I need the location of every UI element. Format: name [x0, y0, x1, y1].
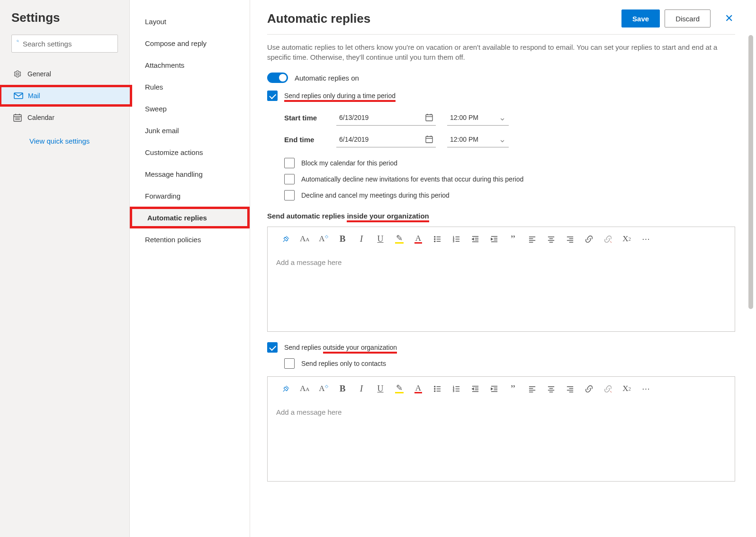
more-icon[interactable]: ⋯ [636, 382, 655, 396]
italic-icon[interactable]: I [352, 382, 371, 396]
subnav-customize[interactable]: Customize actions [130, 141, 250, 163]
search-input[interactable] [23, 40, 113, 48]
decline-invites-checkbox[interactable] [284, 174, 295, 184]
cancel-meetings-checkbox[interactable] [284, 190, 295, 200]
svg-rect-3 [14, 93, 23, 99]
bold-icon[interactable]: B [333, 382, 352, 396]
inside-reply-textarea[interactable]: Add a message here [268, 251, 735, 331]
svg-point-51 [434, 386, 435, 387]
font-size-icon[interactable]: A◇ [314, 382, 333, 396]
end-date-input[interactable]: 6/14/2019 [336, 131, 436, 147]
svg-point-55 [434, 391, 435, 391]
outside-org-label: Send replies outside your organization [284, 344, 397, 351]
contacts-only-checkbox[interactable] [284, 358, 295, 369]
time-period-checkbox[interactable] [267, 91, 278, 101]
sidebar-item-label: Calendar [27, 114, 54, 121]
align-left-icon[interactable] [522, 382, 541, 396]
align-right-icon[interactable] [560, 232, 579, 246]
start-date-value: 6/13/2019 [339, 114, 369, 121]
automatic-replies-toggle[interactable] [267, 73, 288, 83]
calendar-picker-icon [425, 114, 433, 121]
highlight-icon[interactable]: ✎ [390, 232, 409, 246]
start-time-label: Start time [284, 114, 336, 122]
quote-icon[interactable]: ” [504, 232, 522, 246]
bullets-icon[interactable] [428, 232, 447, 246]
increase-indent-icon[interactable] [485, 232, 504, 246]
unlink-icon[interactable] [598, 382, 617, 396]
scrollbar[interactable] [748, 35, 753, 533]
end-time-input[interactable]: 12:00 PM ⌄ [447, 131, 509, 147]
increase-indent-icon[interactable] [485, 382, 504, 396]
sidebar-item-general[interactable]: General [11, 63, 118, 85]
discard-button[interactable]: Discard [665, 9, 711, 27]
subnav-forwarding[interactable]: Forwarding [130, 185, 250, 207]
block-calendar-label: Block my calendar for this period [301, 159, 397, 167]
more-icon[interactable]: ⋯ [636, 232, 655, 246]
italic-icon[interactable]: I [352, 232, 371, 246]
save-button[interactable]: Save [621, 9, 660, 27]
end-time-label: End time [284, 136, 336, 144]
font-color-icon[interactable]: A [409, 382, 428, 396]
font-size-icon[interactable]: A◇ [314, 232, 333, 246]
font-color-icon[interactable]: A [409, 232, 428, 246]
close-icon[interactable]: ✕ [723, 12, 735, 25]
outside-reply-textarea[interactable]: Add a message here [268, 400, 735, 481]
block-calendar-checkbox[interactable] [284, 158, 295, 168]
font-icon[interactable]: AA [295, 382, 314, 396]
quote-icon[interactable]: ” [504, 382, 522, 396]
sidebar-item-calendar[interactable]: Calendar [11, 107, 118, 128]
rich-text-toolbar: AA A◇ B I U ✎ A 123 ” [268, 227, 735, 251]
align-center-icon[interactable] [541, 232, 560, 246]
align-left-icon[interactable] [522, 232, 541, 246]
format-painter-icon[interactable] [276, 232, 295, 246]
scrollbar-thumb[interactable] [748, 35, 753, 309]
quick-settings-link[interactable]: View quick settings [11, 128, 118, 145]
align-right-icon[interactable] [560, 382, 579, 396]
subnav-junk[interactable]: Junk email [130, 119, 250, 141]
svg-point-53 [434, 388, 435, 389]
svg-line-50 [610, 241, 612, 243]
settings-sidebar: Settings General Mail [0, 0, 130, 537]
unlink-icon[interactable] [598, 232, 617, 246]
time-period-label: Send replies only during a time period [284, 92, 396, 100]
contacts-only-label: Send replies only to contacts [301, 360, 386, 367]
subnav-message-handling[interactable]: Message handling [130, 163, 250, 185]
superscript-icon[interactable]: X2 [617, 382, 636, 396]
subnav-layout[interactable]: Layout [130, 10, 250, 32]
start-time-input[interactable]: 12:00 PM ⌄ [447, 109, 509, 126]
svg-text:3: 3 [452, 240, 454, 243]
font-icon[interactable]: AA [295, 232, 314, 246]
gear-icon [13, 70, 27, 78]
svg-point-2 [17, 73, 19, 75]
bullets-icon[interactable] [428, 382, 447, 396]
outside-reply-editor: AA A◇ B I U ✎ A 123 ” [267, 376, 735, 482]
underline-icon[interactable]: U [371, 382, 390, 396]
subnav-rules[interactable]: Rules [130, 76, 250, 98]
subnav-automatic-replies[interactable]: Automatic replies [130, 207, 250, 228]
subnav-compose[interactable]: Compose and reply [130, 32, 250, 54]
superscript-icon[interactable]: X2 [617, 232, 636, 246]
settings-title: Settings [11, 10, 118, 25]
decrease-indent-icon[interactable] [466, 382, 485, 396]
bold-icon[interactable]: B [333, 232, 352, 246]
link-icon[interactable] [579, 382, 598, 396]
rich-text-toolbar: AA A◇ B I U ✎ A 123 ” [268, 377, 735, 400]
highlight-icon[interactable]: ✎ [390, 382, 409, 396]
subnav-retention[interactable]: Retention policies [130, 228, 250, 250]
underline-icon[interactable]: U [371, 232, 390, 246]
search-box[interactable] [11, 35, 118, 53]
link-icon[interactable] [579, 232, 598, 246]
format-painter-icon[interactable] [276, 382, 295, 396]
numbering-icon[interactable]: 123 [447, 382, 466, 396]
subnav-attachments[interactable]: Attachments [130, 54, 250, 76]
numbering-icon[interactable]: 123 [447, 232, 466, 246]
chevron-down-icon: ⌄ [499, 112, 506, 123]
outside-org-checkbox[interactable] [267, 342, 278, 353]
start-date-input[interactable]: 6/13/2019 [336, 109, 436, 126]
sidebar-item-mail[interactable]: Mail [0, 85, 132, 107]
align-center-icon[interactable] [541, 382, 560, 396]
decrease-indent-icon[interactable] [466, 232, 485, 246]
start-time-value: 12:00 PM [450, 114, 478, 121]
svg-point-0 [17, 40, 18, 42]
subnav-sweep[interactable]: Sweep [130, 98, 250, 119]
